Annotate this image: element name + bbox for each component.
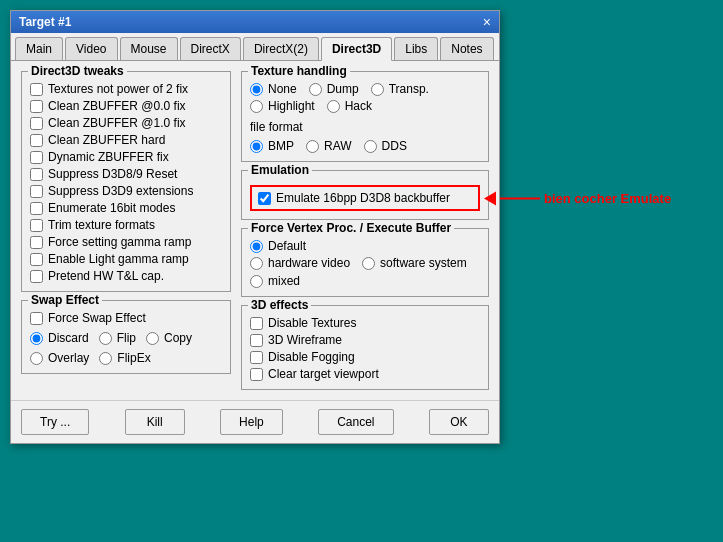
texture-radio-dump: Dump: [309, 82, 359, 96]
swap-radio-flip: Flip: [99, 331, 136, 345]
texture-radio-hack: Hack: [327, 99, 372, 113]
effect-wireframe-label: 3D Wireframe: [268, 333, 342, 347]
texture-radio-transp: Transp.: [371, 82, 429, 96]
tweak-clean-zbuffer-00-check[interactable]: [30, 100, 43, 113]
tweak-enumerate-16bit-check[interactable]: [30, 202, 43, 215]
texture-radio-hack-input[interactable]: [327, 100, 340, 113]
swap-radios-row1: Discard Flip Copy: [30, 331, 222, 345]
tweak-clean-zbuffer-hard-check[interactable]: [30, 134, 43, 147]
force-vertex-mixed-label: mixed: [268, 274, 300, 288]
effect-disable-fogging-check[interactable]: [250, 351, 263, 364]
help-button[interactable]: Help: [220, 409, 283, 435]
swap-radio-discard: Discard: [30, 331, 89, 345]
ok-button[interactable]: OK: [429, 409, 489, 435]
tab-video[interactable]: Video: [65, 37, 117, 60]
tweaks-group: Direct3D tweaks Textures not power of 2 …: [21, 71, 231, 292]
tweak-suppress-d3d9-ext-check[interactable]: [30, 185, 43, 198]
texture-radio-none: None: [250, 82, 297, 96]
emulation-checkbox-box: Emulate 16bpp D3D8 backbuffer bien coche…: [250, 185, 480, 211]
tweak-pretend-hw-check[interactable]: [30, 270, 43, 283]
left-panel: Direct3D tweaks Textures not power of 2 …: [21, 71, 231, 390]
force-vertex-sw: software system: [362, 256, 467, 270]
tweak-suppress-d3d89-check[interactable]: [30, 168, 43, 181]
tweak-enable-light: Enable Light gamma ramp: [30, 252, 222, 266]
swap-effect-content: Force Swap Effect Discard Flip: [30, 311, 222, 365]
tweak-clean-zbuffer-10-label: Clean ZBUFFER @1.0 fix: [48, 116, 186, 130]
tab-direct3d[interactable]: Direct3D: [321, 37, 392, 61]
swap-radio-overlay-input[interactable]: [30, 352, 43, 365]
tab-libs[interactable]: Libs: [394, 37, 438, 60]
effect-disable-textures-check[interactable]: [250, 317, 263, 330]
tabs-bar: Main Video Mouse DirectX DirectX(2) Dire…: [11, 33, 499, 61]
texture-radio-highlight-input[interactable]: [250, 100, 263, 113]
tweak-suppress-d3d89-label: Suppress D3D8/9 Reset: [48, 167, 177, 181]
tweak-dynamic-zbuffer: Dynamic ZBUFFER fix: [30, 150, 222, 164]
tweak-textures-power-check[interactable]: [30, 83, 43, 96]
force-vertex-hw-label: hardware video: [268, 256, 350, 270]
effects-title: 3D effects: [248, 298, 311, 312]
tweak-trim-texture: Trim texture formats: [30, 218, 222, 232]
texture-radio-dump-label: Dump: [327, 82, 359, 96]
emulation-content: Emulate 16bpp D3D8 backbuffer bien coche…: [250, 181, 480, 211]
tab-directx2[interactable]: DirectX(2): [243, 37, 319, 60]
close-button[interactable]: ×: [483, 15, 491, 29]
tweak-force-gamma-label: Force setting gamma ramp: [48, 235, 191, 249]
swap-radio-discard-input[interactable]: [30, 332, 43, 345]
swap-radio-flip-label: Flip: [117, 331, 136, 345]
swap-radio-copy-input[interactable]: [146, 332, 159, 345]
dialog-window: Target #1 × Main Video Mouse DirectX Dir…: [10, 10, 500, 444]
tweak-clean-zbuffer-hard-label: Clean ZBUFFER hard: [48, 133, 165, 147]
effect-wireframe-check[interactable]: [250, 334, 263, 347]
tweak-trim-texture-check[interactable]: [30, 219, 43, 232]
tweak-trim-texture-label: Trim texture formats: [48, 218, 155, 232]
effect-clear-viewport: Clear target viewport: [250, 367, 480, 381]
effects-content: Disable Textures 3D Wireframe Disable Fo…: [250, 316, 480, 381]
format-radio-raw: RAW: [306, 139, 352, 153]
force-vertex-mixed-input[interactable]: [250, 275, 263, 288]
texture-radio-dump-input[interactable]: [309, 83, 322, 96]
force-vertex-title: Force Vertex Proc. / Execute Buffer: [248, 221, 454, 235]
tweak-enable-light-check[interactable]: [30, 253, 43, 266]
force-vertex-sw-input[interactable]: [362, 257, 375, 270]
effect-clear-viewport-label: Clear target viewport: [268, 367, 379, 381]
texture-group: Texture handling None Dump T: [241, 71, 489, 162]
tweak-clean-zbuffer-10: Clean ZBUFFER @1.0 fix: [30, 116, 222, 130]
try-button[interactable]: Try ...: [21, 409, 89, 435]
effects-group: 3D effects Disable Textures 3D Wireframe…: [241, 305, 489, 390]
tweak-pretend-hw: Pretend HW T&L cap.: [30, 269, 222, 283]
format-radio-bmp: BMP: [250, 139, 294, 153]
texture-radio-highlight: Highlight: [250, 99, 315, 113]
swap-force-check[interactable]: [30, 312, 43, 325]
tab-main[interactable]: Main: [15, 37, 63, 60]
swap-force-label: Force Swap Effect: [48, 311, 146, 325]
main-content: Direct3D tweaks Textures not power of 2 …: [11, 61, 499, 400]
effect-clear-viewport-check[interactable]: [250, 368, 263, 381]
swap-radio-flipex-label: FlipEx: [117, 351, 150, 365]
force-vertex-hw-input[interactable]: [250, 257, 263, 270]
tweak-clean-zbuffer-10-check[interactable]: [30, 117, 43, 130]
texture-radio-transp-input[interactable]: [371, 83, 384, 96]
emulate-16bpp-check[interactable]: [258, 192, 271, 205]
footer-buttons: Try ... Kill Help Cancel OK: [11, 400, 499, 443]
cancel-button[interactable]: Cancel: [318, 409, 393, 435]
tab-mouse[interactable]: Mouse: [120, 37, 178, 60]
tweak-force-gamma-check[interactable]: [30, 236, 43, 249]
effect-disable-fogging: Disable Fogging: [250, 350, 480, 364]
format-radio-dds-input[interactable]: [364, 140, 377, 153]
texture-radio-none-input[interactable]: [250, 83, 263, 96]
swap-force-checkbox-row: Force Swap Effect: [30, 311, 222, 325]
swap-radio-copy: Copy: [146, 331, 192, 345]
format-radio-raw-input[interactable]: [306, 140, 319, 153]
texture-radio-hack-label: Hack: [345, 99, 372, 113]
format-radio-bmp-input[interactable]: [250, 140, 263, 153]
effect-disable-textures: Disable Textures: [250, 316, 480, 330]
force-vertex-default-input[interactable]: [250, 240, 263, 253]
swap-radio-flipex-input[interactable]: [99, 352, 112, 365]
tweak-dynamic-zbuffer-check[interactable]: [30, 151, 43, 164]
kill-button[interactable]: Kill: [125, 409, 185, 435]
tab-notes[interactable]: Notes: [440, 37, 493, 60]
tab-directx[interactable]: DirectX: [180, 37, 241, 60]
force-vertex-row2: hardware video software system mixed: [250, 256, 480, 288]
effect-disable-textures-label: Disable Textures: [268, 316, 357, 330]
swap-radio-flip-input[interactable]: [99, 332, 112, 345]
